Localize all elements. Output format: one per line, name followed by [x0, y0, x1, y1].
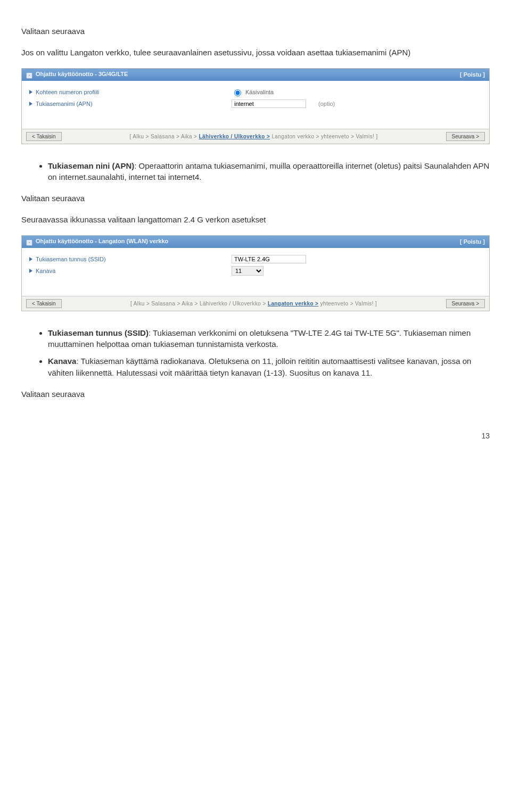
- list-item-bold: Tukiaseman nini (APN): [48, 161, 134, 170]
- list-item-bold: Tukiaseman tunnus (SSID): [48, 328, 149, 337]
- arrow-icon: [29, 269, 32, 273]
- list-item: Tukiaseman nini (APN): Operaattorin anta…: [48, 160, 490, 184]
- page-number: 13: [21, 432, 490, 440]
- list-item-text: : Tukiaseman käyttämä radiokanava. Oletu…: [48, 357, 471, 377]
- panel-title: Ohjattu käyttöönotto - 3G/4G/LTE: [36, 71, 128, 77]
- radio-label: Käsivalinta: [245, 89, 274, 95]
- field-label: Tukiasemanimi (APN): [36, 101, 93, 107]
- optio-label: (optio): [318, 101, 335, 107]
- bc-rest: yhteenveto > Valmis! ]: [318, 301, 377, 306]
- field-ssid: Tukiaseman tunnus (SSID): [29, 256, 232, 262]
- panel-header: -Ohjattu käyttöönotto - Langaton (WLAN) …: [22, 236, 489, 248]
- wizard-panel-3g4g: -Ohjattu käyttöönotto - 3G/4G/LTE [ Pois…: [21, 68, 490, 144]
- panel-body: Kohteen numeron profiili Käsivalinta Tuk…: [22, 81, 489, 129]
- field-label: Tukiaseman tunnus (SSID): [36, 256, 106, 262]
- wizard-panel-wlan: -Ohjattu käyttöönotto - Langaton (WLAN) …: [21, 235, 490, 311]
- exit-link[interactable]: [ Poistu ]: [460, 71, 485, 78]
- collapse-icon: -: [26, 72, 32, 79]
- back-button[interactable]: < Takaisin: [26, 132, 62, 141]
- bullet-list-1: Tukiaseman nini (APN): Operaattorin anta…: [21, 160, 490, 184]
- arrow-icon: [29, 90, 32, 94]
- paragraph-mid1: Valitaan seuraava: [21, 193, 490, 204]
- channel-select[interactable]: 11: [232, 266, 263, 276]
- apn-input[interactable]: [232, 100, 306, 108]
- list-item-bold: Kanava: [48, 357, 76, 366]
- bc-current: Langaton verkko >: [268, 301, 318, 306]
- next-button[interactable]: Seuraava >: [446, 132, 485, 141]
- arrow-icon: [29, 102, 32, 106]
- paragraph-end: Valitaan seuraava: [21, 388, 490, 400]
- collapse-icon: -: [26, 239, 32, 246]
- bc-past: [ Alku > Salasana > Aika > Lähiverkko / …: [130, 301, 268, 306]
- panel-header: -Ohjattu käyttöönotto - 3G/4G/LTE [ Pois…: [22, 69, 489, 81]
- field-channel: Kanava: [29, 268, 232, 274]
- back-button[interactable]: < Takaisin: [26, 299, 62, 308]
- next-button[interactable]: Seuraava >: [446, 299, 485, 308]
- paragraph-intro1: Valitaan seuraava: [21, 26, 490, 37]
- field-apn: Tukiasemanimi (APN): [29, 101, 232, 107]
- bc-rest: Langaton verkko > yhteenveto > Valmis! ]: [270, 134, 377, 139]
- panel-footer: < Takaisin [ Alku > Salasana > Aika > Lä…: [22, 129, 489, 144]
- paragraph-mid2: Seuraavassa ikkunassa valitaan langattom…: [21, 214, 490, 226]
- ssid-input[interactable]: [232, 255, 306, 263]
- exit-link[interactable]: [ Poistu ]: [460, 238, 485, 245]
- breadcrumb: [ Alku > Salasana > Aika > Lähiverkko / …: [129, 134, 377, 139]
- arrow-icon: [29, 257, 32, 261]
- bullet-list-2: Tukiaseman tunnus (SSID): Tukiaseman ver…: [21, 327, 490, 379]
- list-item: Kanava: Tukiaseman käyttämä radiokanava.…: [48, 355, 490, 379]
- panel-body: Tukiaseman tunnus (SSID) Kanava 11: [22, 248, 489, 296]
- field-label: Kohteen numeron profiili: [36, 89, 99, 95]
- panel-footer: < Takaisin [ Alku > Salasana > Aika > Lä…: [22, 296, 489, 311]
- paragraph-intro2: Jos on valittu Langaton verkko, tulee se…: [21, 47, 490, 59]
- panel-title: Ohjattu käyttöönotto - Langaton (WLAN) v…: [36, 238, 168, 244]
- field-profile: Kohteen numeron profiili: [29, 89, 232, 95]
- breadcrumb: [ Alku > Salasana > Aika > Lähiverkko / …: [130, 301, 377, 306]
- bc-current: Lähiverkko / Ulkoverkko >: [199, 134, 270, 139]
- field-label: Kanava: [36, 268, 55, 274]
- bc-past: [ Alku > Salasana > Aika >: [129, 134, 199, 139]
- manual-radio[interactable]: [234, 89, 241, 96]
- list-item: Tukiaseman tunnus (SSID): Tukiaseman ver…: [48, 327, 490, 351]
